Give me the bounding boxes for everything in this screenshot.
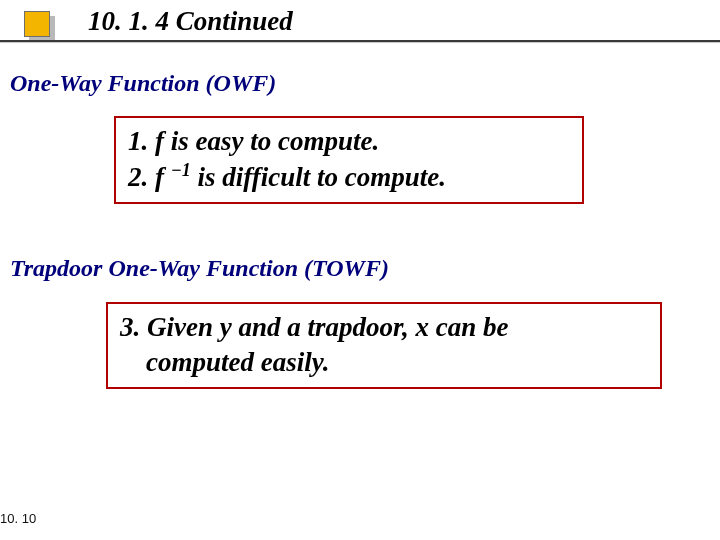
title-bullet-icon — [24, 11, 50, 37]
towf-item-line2: computed easily. — [120, 345, 648, 380]
slide: 10. 1. 4 Continued One-Way Function (OWF… — [0, 0, 720, 540]
towf-item-line1: 3. Given y and a trapdoor, x can be — [120, 310, 648, 345]
owf-item-1: 1. f is easy to compute. — [128, 124, 570, 159]
towf-definition-box: 3. Given y and a trapdoor, x can be comp… — [106, 302, 662, 389]
subheading-owf: One-Way Function (OWF) — [10, 70, 276, 97]
page-number: 10. 10 — [0, 511, 36, 526]
slide-title: 10. 1. 4 Continued — [88, 6, 293, 37]
owf-definition-box: 1. f is easy to compute. 2. f −1 is diff… — [114, 116, 584, 204]
subheading-towf: Trapdoor One-Way Function (TOWF) — [10, 255, 389, 282]
owf-item-2-post: is difficult to compute. — [191, 162, 446, 192]
owf-item-2-pre: 2. f — [128, 162, 171, 192]
owf-item-2-sup: −1 — [171, 160, 191, 180]
title-underline-shadow — [0, 42, 720, 43]
owf-item-2: 2. f −1 is difficult to compute. — [128, 159, 570, 195]
